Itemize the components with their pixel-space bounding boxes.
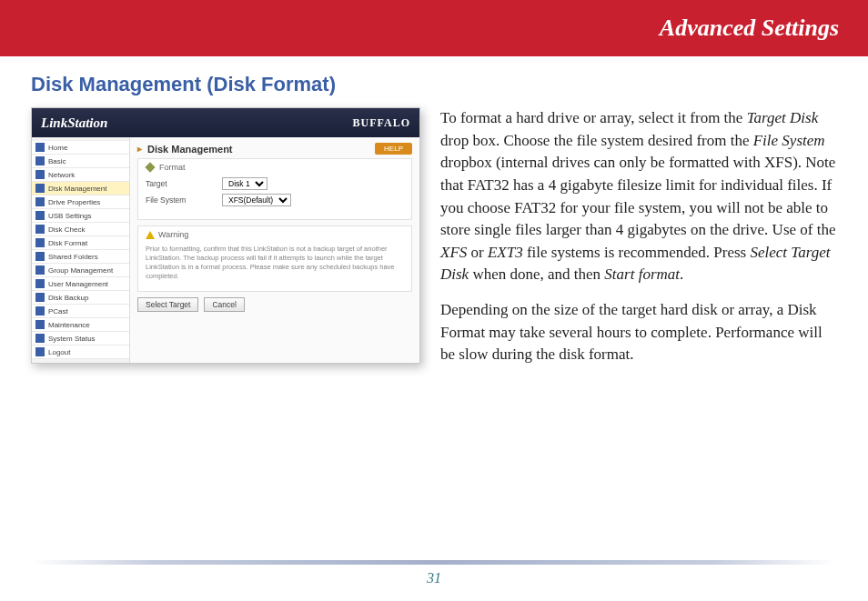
sidebar-item-home[interactable]: Home [32,141,129,155]
p1-seg-a: To format a hard drive or array, select … [440,109,747,126]
nav-icon [35,252,45,261]
nav-icon [35,143,45,152]
page-content: Disk Management (Disk Format) LinkStatio… [0,56,868,379]
page-banner: Advanced Settings [0,0,868,56]
p1-seg-b: drop box. Choose the file system desired… [440,132,753,149]
sidebar-item-label: Disk Management [48,185,106,193]
sidebar-item-label: System Status [48,335,96,343]
sidebar-item-label: Disk Backup [48,294,88,302]
p1-italic-1: Target Disk [747,109,819,126]
p1-italic-2: File System [753,132,825,149]
p1-italic-6: Start format [604,265,680,283]
sidebar-item-maintenance[interactable]: Maintenance [32,318,129,332]
select-target-button[interactable]: Select Target [137,297,198,312]
screenshot-header: LinkStation BUFFALO [32,108,419,137]
warning-legend: Warning [146,230,404,239]
sidebar-item-drive-properties[interactable]: Drive Properties [32,195,129,209]
sidebar-item-pcast[interactable]: PCast [32,305,129,318]
nav-icon [35,347,45,356]
button-row: Select Target Cancel [137,297,412,312]
sidebar-item-label: Maintenance [48,321,90,329]
nav-icon [35,184,45,193]
nav-icon [35,238,45,247]
p1-seg-g: . [680,265,683,283]
page-number: 31 [0,570,868,586]
sidebar-item-network[interactable]: Network [32,168,129,182]
sidebar-item-user-management[interactable]: User Management [32,277,129,291]
screenshot-main-pane: Disk Management HELP Format Target Disk … [130,137,419,363]
sidebar-item-label: Basic [48,157,66,165]
pane-title-row: Disk Management HELP [137,143,412,155]
target-row: Target Disk 1 [146,177,404,190]
section-title: Disk Management (Disk Format) [31,73,837,96]
sidebar-item-label: User Management [48,280,108,288]
sidebar-item-label: USB Settings [48,212,92,220]
page-footer: 31 [0,560,868,586]
sidebar-item-usb-settings[interactable]: USB Settings [32,209,129,223]
sidebar-item-label: Logout [48,348,70,356]
target-label: Target [146,179,209,188]
nav-icon [35,265,45,275]
warning-fieldset: Warning Prior to formatting, confirm tha… [137,225,412,292]
nav-icon [35,279,45,288]
help-button[interactable]: HELP [375,143,412,155]
sidebar-item-group-management[interactable]: Group Management [32,264,129,277]
brand-secondary: BUFFALO [353,116,410,130]
brand-logo: LinkStation [41,115,107,131]
sidebar-item-label: Shared Folders [48,253,98,261]
nav-icon [35,211,45,220]
sidebar-item-disk-management[interactable]: Disk Management [32,182,129,195]
banner-title: Advanced Settings [660,15,839,42]
p1-seg-e: file systems is recommended. Press [523,244,751,261]
sidebar-item-label: Disk Check [48,225,85,234]
sidebar-item-disk-backup[interactable]: Disk Backup [32,291,129,305]
embedded-screenshot: LinkStation BUFFALO Home Basic Network D… [31,107,420,364]
screenshot-body: Home Basic Network Disk Management Drive… [32,137,419,363]
warning-text: Prior to formatting, confirm that this L… [146,245,404,282]
sidebar-item-label: Disk Format [48,239,87,247]
screenshot-column: LinkStation BUFFALO Home Basic Network D… [31,107,420,379]
p1-seg-f: when done, and then [469,265,604,283]
paragraph-1: To format a hard drive or array, select … [440,107,837,286]
filesystem-select[interactable]: XFS(Default) [222,194,291,206]
p1-italic-4: EXT3 [488,244,523,261]
filesystem-row: File System XFS(Default) [146,194,404,206]
cancel-button[interactable]: Cancel [204,297,244,312]
sidebar-item-label: Home [48,144,67,152]
nav-icon [35,156,45,165]
format-fieldset: Format Target Disk 1 File System XFS [137,158,412,220]
p1-italic-3: XFS [440,244,467,261]
sidebar-item-shared-folders[interactable]: Shared Folders [32,250,129,264]
sidebar-item-disk-check[interactable]: Disk Check [32,223,129,236]
nav-icon [35,320,45,329]
nav-icon [35,197,45,206]
sidebar-item-disk-format[interactable]: Disk Format [32,236,129,250]
screenshot-sidebar: Home Basic Network Disk Management Drive… [32,137,130,363]
nav-icon [35,293,45,302]
body-text-column: To format a hard drive or array, select … [440,107,837,379]
sidebar-item-basic[interactable]: Basic [32,155,129,168]
nav-icon [35,334,45,343]
nav-icon [35,225,45,234]
target-select[interactable]: Disk 1 [222,177,267,190]
sidebar-item-logout[interactable]: Logout [32,346,129,359]
nav-icon [35,306,45,316]
p1-seg-c: dropbox (internal drives can only be for… [440,154,836,238]
filesystem-label: File System [146,195,209,205]
sidebar-item-label: PCast [48,307,68,316]
two-column-layout: LinkStation BUFFALO Home Basic Network D… [31,107,837,379]
sidebar-item-label: Drive Properties [48,198,100,206]
sidebar-item-label: Group Management [48,266,113,275]
pane-title: Disk Management [137,144,233,155]
paragraph-2: Depending on the size of the target hard… [440,299,837,366]
format-legend: Format [146,163,404,172]
sidebar-item-system-status[interactable]: System Status [32,332,129,346]
nav-icon [35,170,45,179]
footer-rule [33,560,835,565]
sidebar-item-label: Network [48,171,75,179]
p1-seg-d: or [467,244,488,261]
